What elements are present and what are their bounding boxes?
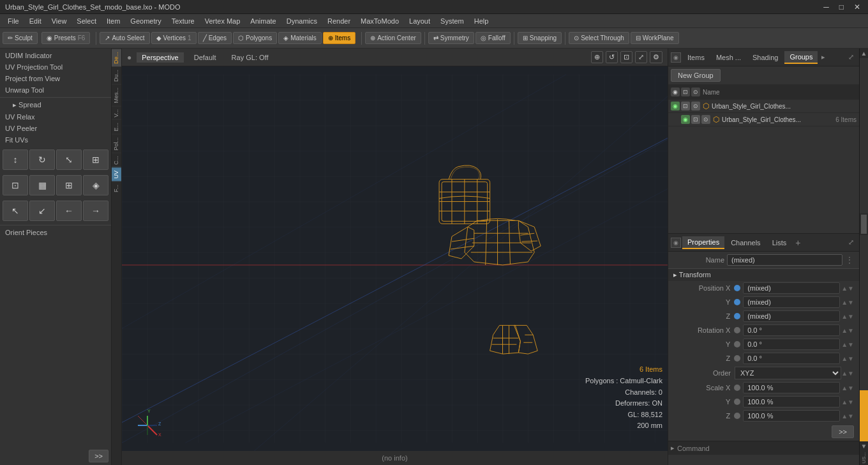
position-y-arrow-down[interactable]: ▼ bbox=[848, 299, 854, 306]
select-through-button[interactable]: ⊙ Select Through bbox=[569, 32, 629, 44]
default-tab[interactable]: Default bbox=[189, 52, 221, 63]
viewport-settings-btn[interactable]: ⚙ bbox=[650, 51, 662, 63]
shading-tab[interactable]: Shading bbox=[747, 52, 783, 63]
properties-tab[interactable]: Properties bbox=[682, 236, 724, 249]
add-channel-btn[interactable]: + bbox=[793, 238, 803, 248]
position-x-dot[interactable] bbox=[734, 285, 740, 291]
polygons-button[interactable]: ⬡ Polygons bbox=[233, 32, 277, 44]
position-z-dot[interactable] bbox=[734, 313, 740, 319]
panel-tab-arrow[interactable]: ▸ bbox=[819, 53, 828, 61]
tool-uv-extra-button[interactable]: ◈ bbox=[83, 175, 108, 195]
item-render-icon-2[interactable]: ⊙ bbox=[701, 115, 710, 124]
viewport-camera-btn[interactable]: ⊕ bbox=[591, 51, 603, 63]
raygl-tab[interactable]: Ray GL: Off bbox=[227, 52, 274, 63]
position-x-arrow-up[interactable]: ▲ bbox=[841, 285, 848, 292]
tool-rotate-button[interactable]: ↻ bbox=[29, 149, 55, 170]
props-execute-btn[interactable]: >> bbox=[832, 425, 854, 438]
falloff-button[interactable]: ◎ Falloff bbox=[475, 32, 511, 44]
scrollbar-down-btn[interactable]: ▼ bbox=[860, 441, 868, 451]
position-y-arrow-up[interactable]: ▲ bbox=[841, 299, 848, 306]
side-tab-du[interactable]: Du... bbox=[112, 66, 121, 84]
lists-tab[interactable]: Lists bbox=[767, 237, 792, 248]
menu-file[interactable]: File bbox=[3, 16, 24, 26]
side-tab-de[interactable]: De... bbox=[112, 49, 121, 66]
rotation-y-arrow-down[interactable]: ▼ bbox=[848, 341, 854, 348]
item-row-layer1[interactable]: ◉ ⊡ ⊙ ⬡ Urban_Style_Girl_Clothes... bbox=[668, 100, 859, 113]
item-eye-icon-2[interactable]: ◉ bbox=[681, 115, 690, 124]
panel-collapse-btn[interactable]: ◉ bbox=[671, 52, 681, 63]
close-button[interactable]: ✕ bbox=[851, 3, 863, 11]
panel-expand-btn[interactable]: ⤢ bbox=[846, 53, 857, 61]
scale-y-arrow-up[interactable]: ▲ bbox=[841, 399, 848, 406]
menu-vertexmap[interactable]: Vertex Map bbox=[200, 16, 246, 26]
name-input[interactable] bbox=[727, 254, 842, 266]
viewport-expand-btn[interactable]: ⤢ bbox=[635, 51, 647, 63]
side-tab-e[interactable]: E... bbox=[112, 119, 121, 134]
menu-render[interactable]: Render bbox=[322, 16, 355, 26]
position-z-input[interactable] bbox=[743, 310, 840, 322]
snapping-button[interactable]: ⊞ Snapping bbox=[518, 32, 562, 44]
item-lock-icon[interactable]: ⊡ bbox=[681, 102, 690, 111]
orange-accent-bar[interactable] bbox=[860, 390, 868, 441]
menu-select[interactable]: Select bbox=[71, 16, 101, 26]
tool-arrow-right[interactable]: → bbox=[83, 201, 108, 221]
rotation-x-arrow-up[interactable]: ▲ bbox=[841, 327, 848, 334]
minimize-button[interactable]: ─ bbox=[821, 3, 832, 11]
menu-edit[interactable]: Edit bbox=[24, 16, 47, 26]
menu-geometry[interactable]: Geometry bbox=[125, 16, 166, 26]
tool-arrow-down-left[interactable]: ↙ bbox=[29, 201, 55, 221]
scale-z-input[interactable] bbox=[743, 410, 840, 422]
spread-tool[interactable]: ▸ Spread bbox=[0, 99, 111, 111]
vertices-button[interactable]: ◆ Vertices 1 bbox=[151, 32, 197, 44]
side-tab-v[interactable]: V... bbox=[112, 106, 121, 120]
scale-x-dot[interactable] bbox=[734, 385, 740, 391]
edges-button[interactable]: ╱ Edges bbox=[198, 32, 232, 44]
presets-button[interactable]: ◉ Presets F6 bbox=[41, 32, 91, 44]
scale-x-input[interactable] bbox=[743, 382, 840, 393]
side-tab-mes[interactable]: Mes... bbox=[112, 84, 121, 106]
tool-transform-button[interactable]: ⊞ bbox=[83, 149, 108, 170]
udim-indicator-tool[interactable]: UDIM Indicator bbox=[0, 50, 111, 61]
sculpt-button[interactable]: ✏ Sculpt bbox=[3, 32, 38, 44]
scale-y-arrow-down[interactable]: ▼ bbox=[848, 399, 854, 406]
tool-uv-grid-button[interactable]: ▦ bbox=[29, 175, 55, 195]
rotation-x-dot[interactable] bbox=[734, 327, 740, 333]
scale-x-arrow-down[interactable]: ▼ bbox=[848, 385, 854, 392]
viewport-refresh-btn[interactable]: ↺ bbox=[606, 51, 618, 63]
auto-select-button[interactable]: ↗ Auto Select bbox=[100, 32, 149, 44]
tool-arrow-left[interactable]: ← bbox=[56, 201, 82, 221]
tool-uv-transform-button[interactable]: ⊡ bbox=[3, 175, 28, 195]
scale-y-dot[interactable] bbox=[734, 399, 740, 405]
position-x-arrow-down[interactable]: ▼ bbox=[848, 285, 854, 292]
viewport[interactable]: 6 Items Polygons : Catmull-Clark Channel… bbox=[122, 66, 668, 451]
transform-header[interactable]: ▸ Transform bbox=[668, 268, 859, 281]
viewport-fit-btn[interactable]: ⊡ bbox=[620, 51, 632, 63]
menu-maxtomodo[interactable]: MaxToModo bbox=[355, 16, 404, 26]
rotation-z-arrow-up[interactable]: ▲ bbox=[841, 355, 848, 362]
order-arrow-up[interactable]: ▲ bbox=[841, 370, 848, 377]
position-z-arrow-down[interactable]: ▼ bbox=[848, 313, 854, 320]
action-center-button[interactable]: ⊕ Action Center bbox=[365, 32, 421, 44]
name-three-dot[interactable]: ⋮ bbox=[845, 255, 854, 265]
order-arrow-down[interactable]: ▼ bbox=[848, 370, 854, 377]
tool-arrow-up-left[interactable]: ↖ bbox=[3, 201, 28, 221]
tool-uv-pin-button[interactable]: ⊞ bbox=[56, 175, 82, 195]
right-label-us[interactable]: US... bbox=[860, 451, 868, 465]
unwrap-tool[interactable]: Unwrap Tool bbox=[0, 84, 111, 96]
position-x-input[interactable] bbox=[743, 282, 840, 294]
mesh-tab[interactable]: Mesh ... bbox=[711, 52, 746, 63]
position-y-dot[interactable] bbox=[734, 299, 740, 305]
items-tab[interactable]: Items bbox=[682, 52, 710, 63]
position-z-arrow-up[interactable]: ▲ bbox=[841, 313, 848, 320]
uv-projection-tool[interactable]: UV Projection Tool bbox=[0, 61, 111, 73]
uv-peeler-tool[interactable]: UV Peeler bbox=[0, 123, 111, 134]
rotation-z-dot[interactable] bbox=[734, 355, 740, 362]
side-tab-pol[interactable]: Pol... bbox=[112, 134, 121, 153]
tool-move-button[interactable]: ↕ bbox=[3, 149, 28, 170]
position-y-input[interactable] bbox=[743, 296, 840, 308]
menu-item[interactable]: Item bbox=[101, 16, 125, 26]
scale-z-arrow-down[interactable]: ▼ bbox=[848, 413, 854, 420]
props-expand-btn[interactable]: ⤢ bbox=[846, 238, 857, 247]
menu-help[interactable]: Help bbox=[469, 16, 494, 26]
tool-scale-button[interactable]: ⤡ bbox=[56, 149, 82, 170]
